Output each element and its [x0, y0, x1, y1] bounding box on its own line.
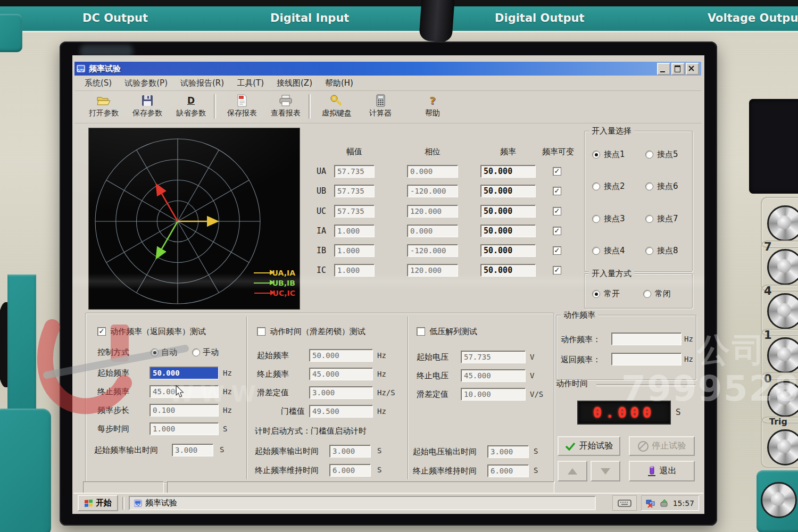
tray-device-icon[interactable]	[660, 499, 669, 508]
ic-freq-variable-checkbox[interactable]	[553, 266, 561, 275]
ia-frequency-field[interactable]: 50.000	[480, 225, 536, 237]
ic-amplitude-field[interactable]: 1.000	[334, 264, 375, 277]
down-button[interactable]	[591, 461, 620, 481]
start-freq-label: 起始频率	[97, 368, 129, 378]
uc-frequency-field[interactable]: 50.000	[480, 205, 536, 218]
radio-auto[interactable]	[151, 348, 159, 356]
ib-amplitude-field[interactable]: 1.000	[334, 244, 375, 257]
ia-amplitude-field[interactable]: 1.000	[334, 225, 375, 237]
ua-freq-variable-checkbox[interactable]	[553, 167, 561, 176]
network-disconnected-icon[interactable]	[646, 499, 655, 508]
knob-label: 7	[764, 240, 772, 253]
uc-freq-variable-checkbox[interactable]	[553, 207, 561, 215]
taskbar-divider	[122, 497, 124, 510]
close-button[interactable]	[686, 63, 699, 75]
task-button-frequency-test[interactable]: 频率试验	[129, 496, 596, 510]
radio-manual[interactable]	[192, 348, 200, 356]
freq-step-field[interactable]: 0.100	[149, 404, 219, 417]
radio-contact-4[interactable]	[592, 247, 600, 255]
menu-help[interactable]: 帮助(H)	[319, 77, 359, 90]
radio-manual-label: 手动	[203, 347, 219, 358]
t-end-freq-field[interactable]: 45.000	[309, 368, 373, 380]
p1-output-time-field[interactable]: 3.000	[172, 444, 213, 456]
open-params-button[interactable]: 打开参数	[82, 93, 126, 118]
time-test-checkbox[interactable]	[257, 327, 265, 336]
menu-wiring-diagram[interactable]: 接线图(Z)	[271, 77, 318, 90]
exit-button[interactable]: 退出	[629, 461, 695, 481]
view-report-button[interactable]: 查看报表	[264, 93, 307, 118]
p3-hold-time-field[interactable]: 6.000	[487, 464, 529, 477]
start-test-button[interactable]: 开始试验	[558, 436, 620, 456]
radio-contact-2[interactable]	[592, 182, 600, 190]
p2-output-time-field[interactable]: 3.000	[329, 445, 371, 458]
knob-0[interactable]	[767, 381, 798, 417]
action-freq-field[interactable]	[611, 332, 681, 345]
virtual-keyboard-button[interactable]: 虚拟键盘	[315, 93, 359, 118]
save-report-button[interactable]: 保存报表	[220, 93, 264, 118]
ib-frequency-field[interactable]: 50.000	[480, 244, 536, 257]
freq-test-checkbox[interactable]	[97, 327, 106, 336]
keyboard-tray-button[interactable]	[612, 495, 637, 511]
ua-amplitude-field[interactable]: 57.735	[334, 165, 375, 178]
calculator-button[interactable]: 计算器	[359, 93, 402, 118]
radio-normally-open[interactable]	[592, 290, 600, 298]
default-params-button[interactable]: D 缺省参数	[169, 93, 213, 118]
knob-label: 0	[764, 372, 772, 385]
maximize-button[interactable]	[671, 63, 685, 75]
end-freq-field[interactable]: 45.000	[149, 385, 219, 398]
save-disk-icon	[142, 95, 153, 106]
radio-contact-3[interactable]	[592, 215, 600, 223]
save-params-button[interactable]: 保存参数	[126, 93, 169, 118]
start-freq-field[interactable]: 50.000	[149, 367, 219, 379]
end-voltage-field[interactable]: 45.000	[461, 369, 526, 382]
radio-contact-8[interactable]	[645, 247, 653, 255]
voltage-test-checkbox[interactable]	[417, 327, 425, 336]
menu-system[interactable]: 系统(S)	[79, 77, 118, 90]
step-time-field[interactable]: 1.000	[149, 422, 219, 435]
ub-frequency-field[interactable]: 50.000	[480, 185, 536, 197]
screen: 频率试验 系统(S) 试验参数(P) 试验报告(R) 工具(T) 接线图(Z) …	[72, 55, 704, 514]
ub-amplitude-field[interactable]: 57.735	[334, 185, 375, 197]
uc-phase-field[interactable]: 120.000	[407, 205, 458, 218]
return-freq-field[interactable]	[611, 353, 681, 365]
ua-frequency-field[interactable]: 50.000	[480, 165, 536, 178]
ib-freq-variable-checkbox[interactable]	[553, 246, 561, 255]
knob-blank[interactable]	[767, 205, 798, 242]
radio-contact-5[interactable]	[645, 151, 653, 159]
menu-tools[interactable]: 工具(T)	[231, 77, 270, 90]
menu-test-report[interactable]: 试验报告(R)	[174, 77, 230, 90]
minimize-button[interactable]	[657, 63, 670, 75]
help-button[interactable]: ? 帮助	[414, 93, 451, 118]
start-voltage-field[interactable]: 57.735	[461, 351, 526, 363]
vector-uc-ic	[157, 186, 178, 222]
t-start-freq-field[interactable]: 50.000	[309, 349, 373, 362]
v-slip-setting-field[interactable]: 10.000	[461, 388, 526, 401]
label-digital-output: Digital Output	[495, 12, 584, 24]
start-menu-button[interactable]: 开始	[78, 495, 118, 511]
radio-contact-6[interactable]	[645, 182, 653, 190]
ia-freq-variable-checkbox[interactable]	[553, 227, 561, 235]
ic-phase-field[interactable]: 120.000	[407, 264, 458, 277]
knob-7[interactable]	[767, 249, 798, 285]
radio-normally-closed[interactable]	[643, 290, 651, 298]
knob-1[interactable]	[767, 337, 798, 373]
ia-phase-field[interactable]: 0.000	[407, 225, 458, 237]
menu-test-params[interactable]: 试验参数(P)	[119, 77, 173, 90]
ub-phase-field[interactable]: -120.000	[407, 185, 458, 197]
radio-contact-1[interactable]	[592, 151, 600, 159]
ub-freq-variable-checkbox[interactable]	[553, 187, 561, 195]
knob-teal[interactable]	[761, 482, 797, 518]
knob-4[interactable]	[767, 293, 798, 329]
p2-hold-time-field[interactable]: 6.000	[329, 464, 371, 477]
ic-frequency-field[interactable]: 50.000	[480, 264, 536, 277]
slip-setting-field[interactable]: 3.000	[309, 386, 373, 399]
knob-trig[interactable]	[767, 429, 798, 466]
up-button[interactable]	[558, 461, 587, 481]
ib-phase-field[interactable]: -120.000	[407, 244, 458, 257]
stop-test-button[interactable]: 停止试验	[629, 436, 695, 456]
ua-phase-field[interactable]: 0.000	[407, 165, 458, 178]
radio-contact-7[interactable]	[645, 215, 653, 223]
p3-output-time-field[interactable]: 3.000	[487, 445, 529, 458]
uc-amplitude-field[interactable]: 57.735	[334, 205, 375, 218]
threshold-field[interactable]: 49.500	[309, 405, 373, 418]
